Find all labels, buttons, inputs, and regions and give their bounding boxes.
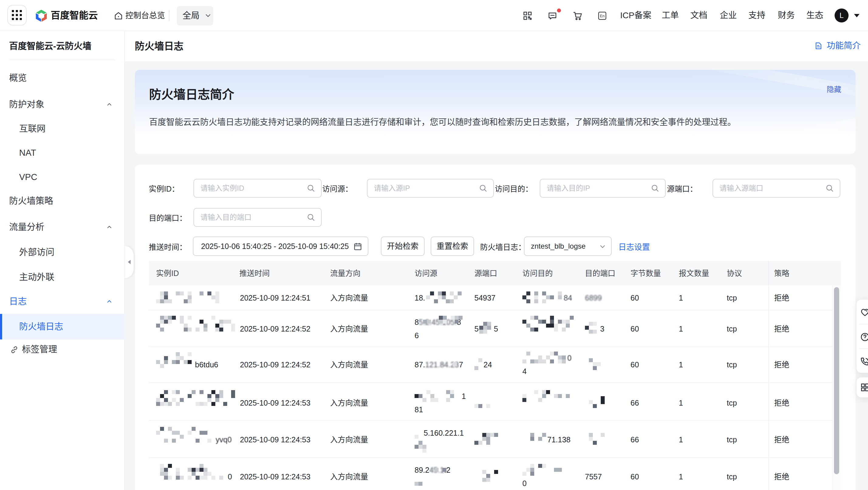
svg-text:En: En <box>600 14 605 18</box>
